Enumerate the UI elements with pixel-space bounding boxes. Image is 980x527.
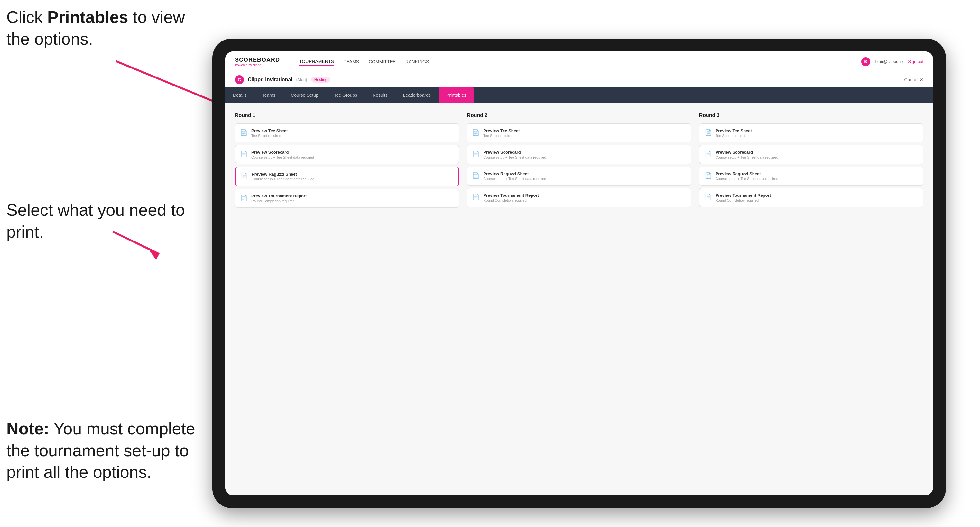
tournament-bar: C Clippd Invitational (Men) Hosting Canc… <box>225 72 933 87</box>
round-1-tee-sheet[interactable]: 📄 Preview Tee Sheet Tee Sheet required <box>235 124 459 143</box>
card-sub-10: Course setup + Tee Sheet data required <box>716 155 778 159</box>
sub-nav: Details Teams Course Setup Tee Groups Re… <box>225 87 933 103</box>
user-avatar: B <box>861 57 870 66</box>
card-sub-9: Tee Sheet required <box>716 134 752 138</box>
top-nav-right: B blair@clippd.io Sign out <box>861 57 923 66</box>
round-3-scorecard[interactable]: 📄 Preview Scorecard Course setup + Tee S… <box>699 145 923 164</box>
tab-course-setup[interactable]: Course Setup <box>283 87 326 103</box>
tab-teams[interactable]: Teams <box>255 87 283 103</box>
card-sub-5: Tee Sheet required <box>483 134 520 138</box>
arrow-middle <box>106 225 170 264</box>
tab-printables[interactable]: Printables <box>439 87 474 103</box>
tablet-screen: SCOREBOARD Powered by clippd TOURNAMENTS… <box>225 51 933 495</box>
round-3-tee-sheet[interactable]: 📄 Preview Tee Sheet Tee Sheet required <box>699 124 923 143</box>
card-sub-2: Course setup + Tee Sheet data required <box>251 155 314 159</box>
doc-icon: 📄 <box>240 129 247 136</box>
brand-title: SCOREBOARD <box>235 57 280 63</box>
brand: SCOREBOARD Powered by clippd <box>235 57 280 67</box>
card-title-8: Preview Tournament Report <box>483 193 539 198</box>
tab-tee-groups[interactable]: Tee Groups <box>326 87 365 103</box>
round-2-report[interactable]: 📄 Preview Tournament Report Round Comple… <box>467 188 691 207</box>
card-sub-11: Course setup + Tee Sheet data required <box>716 177 778 181</box>
doc-icon-4: 📄 <box>240 194 247 201</box>
hosting-badge: Hosting <box>311 77 331 83</box>
tab-details[interactable]: Details <box>225 87 255 103</box>
rounds-grid: Round 1 📄 Preview Tee Sheet Tee Sheet re… <box>235 113 923 208</box>
doc-icon-7: 📄 <box>472 172 479 179</box>
card-sub-7: Course setup + Tee Sheet data required <box>483 177 546 181</box>
brand-sub: Powered by clippd <box>235 63 280 67</box>
round-1-scorecard[interactable]: 📄 Preview Scorecard Course setup + Tee S… <box>235 145 459 164</box>
round-2-raguzzi[interactable]: 📄 Preview Raguzzi Sheet Course setup + T… <box>467 167 691 186</box>
doc-icon-5: 📄 <box>472 129 479 136</box>
card-title-9: Preview Tee Sheet <box>716 128 752 133</box>
doc-icon-6: 📄 <box>472 151 479 157</box>
annotation-top: Click Printables to view the options. <box>6 6 206 50</box>
card-title: Preview Tee Sheet <box>251 128 288 133</box>
tablet: SCOREBOARD Powered by clippd TOURNAMENTS… <box>212 38 946 508</box>
card-sub-3: Course setup + Tee Sheet data required <box>251 177 314 181</box>
card-sub-6: Course setup + Tee Sheet data required <box>483 155 546 159</box>
card-sub-4: Round Completion required <box>251 199 307 203</box>
nav-link-teams[interactable]: TEAMS <box>344 58 359 66</box>
round-2-column: Round 2 📄 Preview Tee Sheet Tee Sheet re… <box>467 113 691 208</box>
tab-leaderboards[interactable]: Leaderboards <box>395 87 439 103</box>
round-2-cards: 📄 Preview Tee Sheet Tee Sheet required 📄… <box>467 124 691 207</box>
doc-icon-2: 📄 <box>240 151 247 157</box>
cancel-button[interactable]: Cancel ✕ <box>904 77 923 82</box>
card-title-6: Preview Scorecard <box>483 150 546 155</box>
round-1-report[interactable]: 📄 Preview Tournament Report Round Comple… <box>235 189 459 208</box>
round-2-tee-sheet[interactable]: 📄 Preview Tee Sheet Tee Sheet required <box>467 124 691 143</box>
round-3-cards: 📄 Preview Tee Sheet Tee Sheet required 📄… <box>699 124 923 207</box>
svg-line-2 <box>113 232 159 254</box>
annotation-bottom: Note: You must complete the tournament s… <box>6 418 206 483</box>
main-content: Round 1 📄 Preview Tee Sheet Tee Sheet re… <box>225 103 933 495</box>
card-title-5: Preview Tee Sheet <box>483 128 520 133</box>
round-2-title: Round 2 <box>467 113 691 118</box>
round-1-raguzzi[interactable]: 📄 Preview Raguzzi Sheet Course setup + T… <box>235 167 459 186</box>
round-3-column: Round 3 📄 Preview Tee Sheet Tee Sheet re… <box>699 113 923 208</box>
round-1-title: Round 1 <box>235 113 459 118</box>
card-title-4: Preview Tournament Report <box>251 194 307 198</box>
card-title-7: Preview Raguzzi Sheet <box>483 171 546 176</box>
tournament-tag: (Men) <box>296 77 307 82</box>
nav-link-committee[interactable]: COMMITTEE <box>369 58 396 66</box>
round-3-title: Round 3 <box>699 113 923 118</box>
doc-icon-8: 📄 <box>472 194 479 201</box>
doc-icon-3: 📄 <box>241 172 248 179</box>
card-sub: Tee Sheet required <box>251 134 288 138</box>
top-nav: SCOREBOARD Powered by clippd TOURNAMENTS… <box>225 51 933 72</box>
doc-icon-10: 📄 <box>705 151 712 157</box>
svg-line-0 <box>116 61 225 106</box>
card-title-10: Preview Scorecard <box>716 150 778 155</box>
doc-icon-11: 📄 <box>705 172 712 179</box>
round-2-scorecard[interactable]: 📄 Preview Scorecard Course setup + Tee S… <box>467 145 691 164</box>
card-sub-8: Round Completion required <box>483 198 539 202</box>
card-title-2: Preview Scorecard <box>251 150 314 155</box>
doc-icon-9: 📄 <box>705 129 712 136</box>
card-title-3: Preview Raguzzi Sheet <box>251 172 314 176</box>
top-nav-links: TOURNAMENTS TEAMS COMMITTEE RANKINGS <box>299 57 848 66</box>
nav-link-rankings[interactable]: RANKINGS <box>406 58 429 66</box>
card-title-11: Preview Raguzzi Sheet <box>716 171 778 176</box>
card-title-12: Preview Tournament Report <box>716 193 771 198</box>
user-email: blair@clippd.io <box>875 59 903 64</box>
round-1-column: Round 1 📄 Preview Tee Sheet Tee Sheet re… <box>235 113 459 208</box>
tournament-name: Clippd Invitational <box>248 77 293 83</box>
tab-results[interactable]: Results <box>365 87 395 103</box>
round-3-raguzzi[interactable]: 📄 Preview Raguzzi Sheet Course setup + T… <box>699 167 923 186</box>
doc-icon-12: 📄 <box>705 194 712 201</box>
round-1-cards: 📄 Preview Tee Sheet Tee Sheet required 📄… <box>235 124 459 208</box>
card-sub-12: Round Completion required <box>716 198 771 202</box>
nav-link-tournaments[interactable]: TOURNAMENTS <box>299 57 334 66</box>
round-3-report[interactable]: 📄 Preview Tournament Report Round Comple… <box>699 188 923 207</box>
tournament-logo: C <box>235 75 244 84</box>
sign-out-link[interactable]: Sign out <box>908 59 923 64</box>
